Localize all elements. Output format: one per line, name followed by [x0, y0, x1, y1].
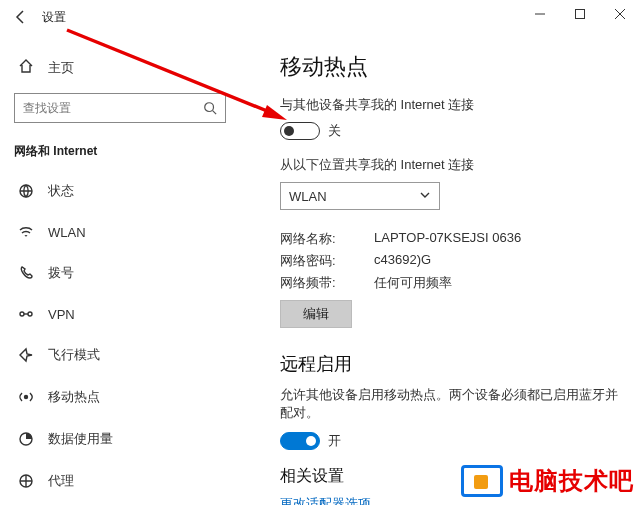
proxy-icon [18, 473, 34, 489]
content-area: 移动热点 与其他设备共享我的 Internet 连接 关 从以下位置共享我的 I… [270, 40, 640, 505]
search-icon [195, 101, 225, 115]
svg-rect-1 [576, 10, 585, 19]
close-button[interactable] [600, 0, 640, 28]
remote-title: 远程启用 [280, 352, 620, 376]
phone-icon [18, 265, 34, 281]
sidebar-item-label: WLAN [48, 225, 86, 240]
sidebar-item-wlan[interactable]: WLAN [0, 212, 240, 252]
share-from-select[interactable]: WLAN [280, 182, 440, 210]
home-label: 主页 [48, 59, 74, 77]
home-icon [18, 58, 34, 77]
sidebar-item-label: 代理 [48, 472, 74, 490]
vpn-icon [18, 306, 34, 322]
net-band-value: 任何可用频率 [374, 274, 620, 292]
from-label: 从以下位置共享我的 Internet 连接 [280, 156, 620, 174]
category-header: 网络和 Internet [0, 137, 240, 170]
remote-desc: 允许其他设备启用移动热点。两个设备必须都已启用蓝牙并配对。 [280, 386, 620, 422]
svg-line-5 [213, 111, 217, 115]
edit-button[interactable]: 编辑 [280, 300, 352, 328]
airplane-icon [18, 347, 34, 363]
globe-icon [18, 183, 34, 199]
net-pwd-key: 网络密码: [280, 252, 364, 270]
sidebar-item-label: 数据使用量 [48, 430, 113, 448]
hotspot-icon [18, 389, 34, 405]
page-title: 移动热点 [280, 52, 620, 82]
net-band-key: 网络频带: [280, 274, 364, 292]
back-button[interactable] [10, 6, 32, 28]
watermark: 电脑技术吧 [461, 465, 634, 497]
sidebar-item-label: VPN [48, 307, 75, 322]
sidebar-item-proxy[interactable]: 代理 [0, 460, 240, 502]
sidebar-item-status[interactable]: 状态 [0, 170, 240, 212]
svg-point-10 [25, 396, 28, 399]
sidebar-item-label: 拨号 [48, 264, 74, 282]
sidebar-item-hotspot[interactable]: 移动热点 [0, 376, 240, 418]
sidebar: 主页 网络和 Internet 状态 WLAN 拨号 VPN 飞行模式 移动热点… [0, 44, 240, 505]
net-pwd-value: c43692)G [374, 252, 620, 270]
svg-point-7 [20, 312, 24, 316]
watermark-logo-icon [461, 465, 503, 497]
sidebar-item-label: 状态 [48, 182, 74, 200]
svg-point-8 [28, 312, 32, 316]
sidebar-item-label: 移动热点 [48, 388, 100, 406]
sidebar-item-datausage[interactable]: 数据使用量 [0, 418, 240, 460]
chevron-down-icon [419, 189, 431, 204]
share-toggle-state: 关 [328, 122, 341, 140]
share-toggle[interactable] [280, 122, 320, 140]
sidebar-item-dialup[interactable]: 拨号 [0, 252, 240, 294]
minimize-button[interactable] [520, 0, 560, 28]
wifi-icon [18, 224, 34, 240]
svg-point-4 [205, 103, 214, 112]
sidebar-item-label: 飞行模式 [48, 346, 100, 364]
sidebar-item-vpn[interactable]: VPN [0, 294, 240, 334]
watermark-text: 电脑技术吧 [509, 465, 634, 497]
share-from-value: WLAN [289, 189, 327, 204]
search-field[interactable] [15, 101, 195, 115]
share-label: 与其他设备共享我的 Internet 连接 [280, 96, 620, 114]
sidebar-item-airplane[interactable]: 飞行模式 [0, 334, 240, 376]
search-input[interactable] [14, 93, 226, 123]
maximize-button[interactable] [560, 0, 600, 28]
window-title: 设置 [42, 9, 66, 26]
remote-toggle-state: 开 [328, 432, 341, 450]
data-icon [18, 431, 34, 447]
remote-toggle[interactable] [280, 432, 320, 450]
net-name-key: 网络名称: [280, 230, 364, 248]
net-name-value: LAPTOP-07KSEJSI 0636 [374, 230, 620, 248]
home-link[interactable]: 主页 [0, 48, 240, 87]
